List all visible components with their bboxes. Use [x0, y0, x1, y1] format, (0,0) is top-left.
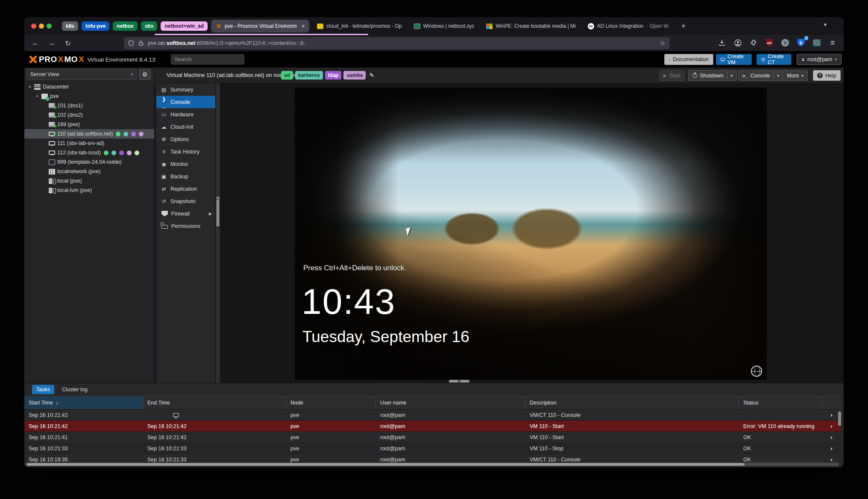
- column-header[interactable]: Status: [739, 396, 822, 409]
- extension-badge: 4: [804, 36, 808, 40]
- bookmark-star-icon[interactable]: ☆: [660, 39, 666, 47]
- task-row[interactable]: Sep 16 10:21:42Sep 16 10:21:42pveroot@pa…: [24, 421, 841, 432]
- reload-icon[interactable]: ↻: [63, 38, 73, 48]
- horizontal-scrollbar[interactable]: [25, 463, 839, 466]
- new-tab-button[interactable]: +: [678, 21, 689, 32]
- tab-group-chip[interactable]: netbox: [113, 21, 137, 31]
- tree-item[interactable]: ▾pve: [24, 92, 154, 101]
- vimium-icon[interactable]: V: [780, 38, 790, 48]
- panel-collapse-handle[interactable]: [449, 380, 469, 383]
- help-button[interactable]: ?Help: [813, 70, 841, 81]
- tree-item[interactable]: local (pve): [24, 176, 154, 186]
- tree-item[interactable]: 110 (ad.lab.softbox.net): [24, 129, 154, 139]
- menu-item-backup[interactable]: ▣Backup: [156, 170, 215, 183]
- menu-item-label: Snapshots: [170, 198, 196, 204]
- search-input[interactable]: Search: [171, 54, 244, 65]
- menu-item-console[interactable]: ❯_Console: [156, 96, 215, 108]
- browser-tab[interactable]: Windows | netboot.xyz: [410, 20, 479, 32]
- tree-item[interactable]: 101 (dns1): [24, 101, 154, 110]
- tab-group-chip[interactable]: sbx: [141, 21, 158, 31]
- menu-item-permissions[interactable]: Permissions: [156, 220, 215, 232]
- task-row[interactable]: Sep 16 10:21:41Sep 16 10:21:42pveroot@pa…: [24, 432, 841, 443]
- menu-item-snapshots[interactable]: ↺Snapshots: [156, 195, 215, 207]
- tree-item[interactable]: ▾Datacenter: [24, 82, 154, 92]
- menu-item-options[interactable]: ⚙Options: [156, 133, 215, 145]
- vnc-display[interactable]: Press Ctrl+Alt+Delete to unlock. 10:43 T…: [295, 88, 767, 380]
- power-icon: [692, 73, 697, 78]
- menu-item-firewall[interactable]: Firewall▶: [156, 207, 215, 220]
- tree-item[interactable]: 169 (pxe): [24, 120, 154, 129]
- extensions-puzzle-icon[interactable]: [748, 38, 759, 48]
- column-header[interactable]: End Time: [143, 396, 286, 409]
- tree-item[interactable]: local-lvm (pve): [24, 186, 154, 195]
- bitwarden-icon[interactable]: b4: [796, 38, 806, 48]
- close-window-button[interactable]: [31, 24, 36, 29]
- caret-down-icon[interactable]: ▾: [28, 85, 32, 89]
- documentation-button[interactable]: Documentation: [664, 54, 713, 65]
- lock-screen-date: Tuesday, September 16: [302, 328, 469, 346]
- more-button[interactable]: More▾: [783, 70, 808, 81]
- tasks-tab-tasks[interactable]: Tasks: [32, 385, 54, 394]
- taskhistory-icon: ≡: [161, 149, 167, 155]
- tracking-shield-icon[interactable]: [128, 40, 134, 46]
- tree-item[interactable]: 112 (sbx-lab-sssd): [24, 148, 154, 157]
- edit-tags-pencil-icon[interactable]: ✎: [369, 72, 374, 79]
- app-menu-icon[interactable]: ≡: [827, 38, 838, 48]
- create-vm-button[interactable]: Create VM: [716, 54, 752, 65]
- robot-extension-icon[interactable]: [812, 38, 822, 48]
- back-icon[interactable]: ←: [30, 38, 41, 48]
- column-header[interactable]: User name: [376, 396, 525, 409]
- menu-item-label: Console: [170, 99, 190, 105]
- start-button[interactable]: ▶Start: [659, 70, 685, 81]
- tree-item[interactable]: localnetwork (pve): [24, 167, 154, 176]
- close-tab-icon[interactable]: ×: [302, 23, 305, 30]
- ublock-origin-icon[interactable]: uO: [764, 38, 774, 48]
- menu-item-task-history[interactable]: ≡Task History: [156, 145, 215, 158]
- tab-group-chip[interactable]: netboot+win_ad: [161, 21, 208, 31]
- url-bar[interactable]: pve.lab.softbox.net:8006/#v1:0:=qemu%2F1…: [124, 37, 670, 49]
- tab-group-chip[interactable]: k8s: [62, 21, 78, 31]
- menu-item-replication[interactable]: ⇄Replication: [156, 183, 215, 195]
- user-menu-button[interactable]: root@pam▾: [797, 54, 842, 65]
- menu-item-monitor[interactable]: ◉Monitor: [156, 158, 215, 170]
- browser-tab[interactable]: WinPE: Create bootable media | Mi: [482, 20, 580, 32]
- caret-down-icon[interactable]: ▾: [35, 94, 39, 98]
- console-menu-chevron-icon[interactable]: ▾: [777, 74, 779, 78]
- browser-tab[interactable]: ✕pve - Proxmox Virtual Environm×: [211, 20, 309, 32]
- create-ct-button[interactable]: Create CT: [757, 54, 792, 65]
- tree-item-label: 999 (template-24.04-noble): [57, 159, 122, 165]
- tree-item[interactable]: 999 (template-24.04-noble): [24, 157, 154, 167]
- tree-settings-button[interactable]: ⚙: [139, 69, 151, 80]
- console-button[interactable]: >_Console▾: [738, 70, 783, 81]
- view-selector[interactable]: Server View▾: [26, 69, 137, 80]
- menu-item-cloud-init[interactable]: ☁Cloud-Init: [156, 121, 215, 133]
- zoom-window-button[interactable]: [47, 24, 52, 29]
- insecure-lock-icon[interactable]: [138, 40, 144, 46]
- tree-item[interactable]: 102 (dns2): [24, 110, 154, 120]
- vertical-scrollbar[interactable]: [838, 411, 842, 463]
- browser-tab[interactable]: cloud_init - telmate/proxmox - Op: [313, 20, 406, 32]
- menu-item-summary[interactable]: ▤Summary: [156, 83, 215, 96]
- menu-splitter[interactable]: ▸: [216, 83, 220, 383]
- column-header[interactable]: Start Time↓: [24, 396, 143, 409]
- shutdown-menu-chevron-icon[interactable]: ▾: [731, 74, 733, 78]
- column-header[interactable]: Node: [286, 396, 376, 409]
- horizontal-scroll-thumb[interactable]: [27, 463, 745, 466]
- tab-group-chip[interactable]: tofu-pve: [82, 21, 109, 31]
- task-row[interactable]: Sep 16 10:21:33Sep 16 10:21:33pveroot@pa…: [24, 443, 841, 454]
- minimize-window-button[interactable]: [39, 24, 44, 29]
- column-header[interactable]: Description: [525, 396, 739, 409]
- browser-tab[interactable]: OIAD Linux Integration· Open W: [584, 20, 673, 32]
- vertical-scroll-thumb[interactable]: [838, 411, 841, 426]
- network-globe-icon[interactable]: [751, 366, 762, 377]
- all-tabs-chevron-icon[interactable]: ▾: [824, 21, 827, 28]
- downloads-icon[interactable]: [717, 38, 727, 48]
- account-icon[interactable]: [733, 38, 743, 48]
- forward-icon[interactable]: →: [47, 38, 57, 48]
- shutdown-button[interactable]: Shutdown▾: [688, 70, 737, 81]
- splitter-handle[interactable]: ▸: [216, 197, 220, 227]
- menu-item-hardware[interactable]: ▭Hardware: [156, 108, 215, 121]
- tasks-tab-cluster-log[interactable]: Cluster log: [58, 385, 92, 394]
- task-row[interactable]: Sep 16 10:21:42pveroot@pamVM/CT 110 - Co…: [24, 410, 841, 421]
- tree-item[interactable]: 111 (sbx-lab-srv-ad): [24, 139, 154, 148]
